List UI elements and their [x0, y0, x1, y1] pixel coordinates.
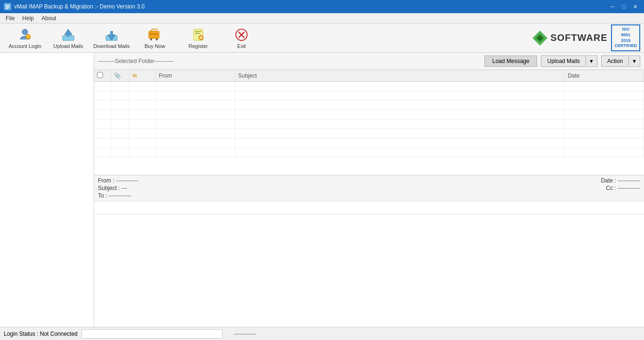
svg-rect-2 — [6, 7, 9, 8]
exit-label: Exit — [237, 43, 246, 49]
register-label: Register — [189, 43, 208, 49]
svg-rect-14 — [150, 33, 158, 35]
mail-body-content — [94, 214, 644, 327]
col-header-from: From — [156, 70, 235, 82]
col-header-checkbox — [94, 70, 111, 82]
account-login-icon: 🔑 — [17, 27, 32, 42]
action-button[interactable]: Action — [602, 56, 628, 66]
col-header-flag: ✉ — [129, 70, 156, 82]
cc-field-value: ------------ — [618, 185, 640, 191]
svg-point-15 — [150, 39, 152, 40]
subject-field: Subject : --- — [98, 185, 369, 191]
subject-field-value: --- — [121, 185, 127, 191]
svg-rect-12 — [110, 31, 113, 36]
diamond-logo-icon — [531, 30, 548, 47]
menu-help[interactable]: Help — [18, 14, 38, 23]
selected-folder-label: ---------Selected Folder---------- — [98, 58, 481, 64]
upload-mails-action-label: Upload Mails — [547, 58, 580, 64]
col-header-date: Date — [564, 70, 644, 82]
logo-area: SOFTWARE ISO90012015CERTIFIED — [531, 24, 640, 51]
action-label: Action — [607, 58, 623, 64]
cc-field-label: Cc : — [606, 185, 616, 191]
account-login-label: Account Login — [8, 43, 41, 49]
table-row[interactable] — [94, 129, 644, 138]
upload-mails-button[interactable]: Upload Mails — [47, 25, 89, 51]
menu-bar: File Help About — [0, 13, 644, 24]
subject-field-label: Subject : — [98, 185, 120, 191]
table-row[interactable] — [94, 138, 644, 148]
title-bar-left: vMail IMAP Backup & Migration :- Demo Ve… — [4, 3, 145, 10]
table-row[interactable] — [94, 91, 644, 101]
col-header-attach: 📎 — [111, 70, 129, 82]
mail-list-header: ---------Selected Folder---------- Load … — [94, 53, 644, 70]
toolbar: 🔑 Account Login Upload Mails Download Ma… — [0, 24, 644, 53]
svg-rect-9 — [67, 34, 70, 37]
load-message-button[interactable]: Load Message — [484, 55, 538, 67]
date-label: Date — [568, 72, 580, 79]
table-row[interactable] — [94, 119, 644, 129]
to-field: To : ------------ — [98, 192, 369, 199]
exit-icon — [234, 27, 249, 42]
from-field-label: From : — [98, 177, 114, 184]
menu-file[interactable]: File — [2, 14, 18, 23]
table-row[interactable] — [94, 148, 644, 157]
table-row[interactable] — [94, 101, 644, 110]
exit-button[interactable]: Exit — [220, 25, 263, 51]
download-mails-button[interactable]: Download Mails — [90, 25, 133, 51]
minimize-button[interactable]: ─ — [607, 2, 618, 11]
from-label: From — [159, 72, 172, 79]
account-login-button[interactable]: 🔑 Account Login — [4, 25, 46, 51]
from-field-value: ------------ — [116, 177, 138, 184]
subject-label: Subject — [238, 72, 257, 79]
menu-about[interactable]: About — [38, 14, 60, 23]
to-field-label: To : — [98, 192, 107, 199]
svg-rect-18 — [195, 31, 201, 32]
buy-now-icon — [147, 27, 162, 42]
date-field-label: Date : — [601, 177, 616, 184]
iso-badge: ISO90012015CERTIFIED — [611, 24, 640, 51]
svg-rect-1 — [6, 5, 9, 6]
maximize-button[interactable]: □ — [619, 2, 629, 11]
right-panel: ---------Selected Folder---------- Load … — [94, 53, 644, 327]
mail-table: 📎 ✉ From Subject Date — [94, 70, 644, 157]
svg-point-4 — [22, 29, 28, 35]
to-field-value: ------------ — [109, 192, 131, 199]
download-mails-label: Download Mails — [93, 43, 130, 49]
app-icon — [4, 3, 11, 10]
buy-now-label: Buy Now — [145, 43, 165, 49]
table-row[interactable] — [94, 110, 644, 119]
attach-icon: 📎 — [114, 72, 121, 79]
left-panel — [0, 53, 94, 327]
register-button[interactable]: Register — [177, 25, 219, 51]
svg-rect-19 — [195, 33, 200, 34]
from-field: From : ------------ — [98, 177, 369, 184]
date-field: Date : ------------ — [370, 177, 640, 184]
table-row[interactable] — [94, 82, 644, 91]
select-all-checkbox[interactable] — [97, 72, 103, 78]
mail-table-container[interactable]: 📎 ✉ From Subject Date — [94, 70, 644, 175]
register-icon — [191, 27, 206, 42]
upload-mails-label: Upload Mails — [53, 43, 83, 49]
date-field-value: ------------ — [618, 177, 640, 184]
title-bar: vMail IMAP Backup & Migration :- Demo Ve… — [0, 0, 644, 13]
main-content: ---------Selected Folder---------- Load … — [0, 53, 644, 327]
upload-mails-action-button[interactable]: Upload Mails — [541, 56, 585, 66]
mail-body-toolbar — [94, 201, 644, 214]
svg-rect-3 — [6, 8, 8, 9]
mail-detail-header: From : ------------ Subject : --- To : -… — [94, 175, 644, 201]
upload-mails-icon — [61, 27, 76, 42]
cc-field: Cc : ------------ — [370, 185, 640, 191]
title-text: vMail IMAP Backup & Migration :- Demo Ve… — [14, 3, 145, 10]
action-dropdown[interactable]: ▼ — [628, 56, 640, 66]
upload-mails-dropdown[interactable]: ▼ — [586, 56, 597, 66]
software-logo-text: SOFTWARE — [550, 32, 607, 43]
download-mails-icon — [104, 27, 119, 42]
svg-point-16 — [156, 39, 158, 40]
svg-text:🔑: 🔑 — [26, 35, 31, 40]
window-controls[interactable]: ─ □ ✕ — [607, 2, 640, 11]
buy-now-button[interactable]: Buy Now — [134, 25, 176, 51]
flag-icon: ✉ — [132, 72, 137, 79]
software-logo: SOFTWARE — [531, 30, 607, 47]
col-header-subject: Subject — [235, 70, 564, 82]
close-button[interactable]: ✕ — [630, 2, 640, 11]
